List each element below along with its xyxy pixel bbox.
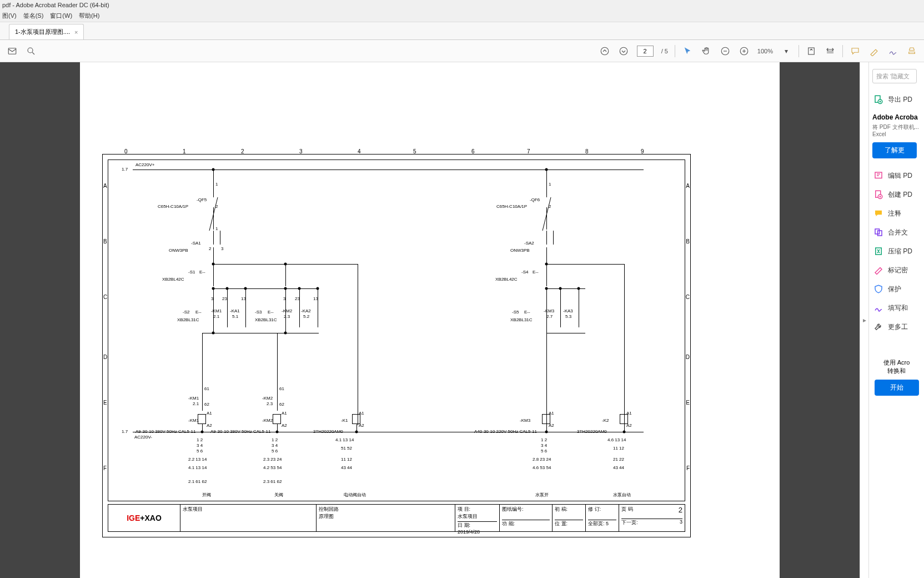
- tab-label: 1-水泵项目原理图....: [15, 28, 70, 36]
- create-pdf-button[interactable]: 创建 PD: [872, 185, 921, 204]
- merge-icon: [873, 227, 883, 237]
- menu-view[interactable]: 图(V): [2, 12, 17, 20]
- zoom-in-icon[interactable]: [739, 46, 750, 57]
- comment-button[interactable]: 注释: [872, 204, 921, 223]
- close-icon[interactable]: ×: [74, 29, 78, 36]
- main-toolbar: / 5 100% ▾: [0, 40, 924, 62]
- svg-point-1: [28, 48, 33, 53]
- footer-text-2: 转换和: [872, 367, 921, 375]
- page-number-input[interactable]: [637, 46, 654, 57]
- shield-icon: [873, 284, 883, 294]
- select-tool-icon[interactable]: [682, 46, 693, 57]
- merge-button[interactable]: 合并文: [872, 223, 921, 242]
- window-titlebar: pdf - Adobe Acrobat Reader DC (64-bit): [0, 0, 924, 10]
- learn-more-button[interactable]: 了解更: [872, 142, 917, 158]
- menu-sign[interactable]: 签名(S): [23, 12, 44, 20]
- edit-pdf-button[interactable]: 编辑 PD: [872, 166, 921, 185]
- document-canvas[interactable]: 0 1 2 3 4 5 6 7 8 9 A B C D E F A B C D: [0, 62, 860, 578]
- redact-button[interactable]: 标记密: [872, 261, 921, 280]
- page-up-icon[interactable]: [599, 46, 610, 57]
- export-icon: [873, 94, 883, 104]
- menu-bar: 图(V) 签名(S) 窗口(W) 帮助(H): [0, 10, 924, 22]
- zoom-level[interactable]: 100%: [757, 48, 773, 54]
- fill-sign-button[interactable]: 填写和: [872, 298, 921, 317]
- redact-icon: [873, 265, 883, 275]
- search-icon[interactable]: [26, 46, 37, 57]
- start-trial-button[interactable]: 开始: [875, 380, 919, 396]
- hand-tool-icon[interactable]: [701, 46, 712, 57]
- compress-button[interactable]: 压缩 PD: [872, 242, 921, 261]
- more-tools-button[interactable]: 更多工: [872, 317, 921, 336]
- wrench-icon: [873, 322, 883, 332]
- svg-point-3: [620, 47, 627, 55]
- page-down-icon[interactable]: [618, 46, 629, 57]
- fit-page-icon[interactable]: [806, 46, 817, 57]
- fit-width-icon[interactable]: [825, 46, 836, 57]
- stamp-icon[interactable]: [906, 46, 917, 57]
- zoom-out-icon[interactable]: [720, 46, 731, 57]
- tab-document-1[interactable]: 1-水泵项目原理图.... ×: [9, 24, 84, 39]
- menu-help[interactable]: 帮助(H): [79, 12, 99, 20]
- footer-text-1: 使用 Acro: [872, 358, 921, 367]
- document-tabs: 1-水泵项目原理图.... ×: [0, 22, 924, 40]
- compress-icon: [873, 246, 883, 256]
- collapse-pane-icon[interactable]: ▸: [860, 62, 868, 578]
- tools-sidebar: 搜索 '隐藏文 导出 PD Adobe Acroba 将 PDF 文件联机...…: [868, 62, 924, 578]
- protect-button[interactable]: 保护: [872, 280, 921, 298]
- page-total-label: / 5: [661, 48, 668, 54]
- edit-icon: [873, 171, 883, 181]
- pdf-page: 0 1 2 3 4 5 6 7 8 9 A B C D E F A B C D: [80, 62, 780, 578]
- sign-icon[interactable]: [887, 46, 898, 57]
- acrobat-desc: 将 PDF 文件联机... Excel: [872, 123, 921, 138]
- comment-icon: [873, 208, 883, 218]
- svg-rect-0: [8, 48, 16, 54]
- highlight-icon[interactable]: [868, 46, 880, 57]
- svg-point-2: [601, 47, 609, 55]
- export-pdf-button[interactable]: 导出 PD: [872, 90, 921, 109]
- acrobat-heading: Adobe Acroba: [872, 113, 921, 121]
- logo: IGE+XAO: [108, 505, 180, 531]
- menu-window[interactable]: 窗口(W): [50, 12, 72, 20]
- search-input[interactable]: 搜索 '隐藏文: [872, 69, 917, 83]
- comment-icon[interactable]: [850, 46, 861, 57]
- fill-icon: [873, 303, 883, 313]
- chevron-down-icon[interactable]: ▾: [781, 46, 792, 57]
- mail-icon[interactable]: [7, 46, 18, 57]
- create-icon: [873, 190, 883, 200]
